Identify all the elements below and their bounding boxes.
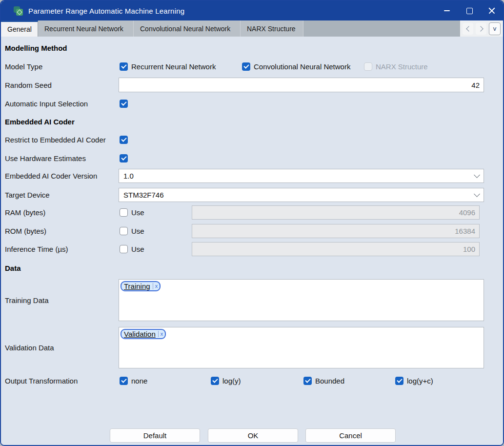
tab-label: NARX Structure: [247, 25, 296, 33]
use-hardware-estimates-checkbox[interactable]: [120, 154, 128, 162]
rom-use-row: Use: [120, 226, 144, 236]
ram-use-row: Use: [120, 207, 144, 217]
tab-scroll-right-button[interactable]: [476, 23, 486, 35]
tab-narx-structure[interactable]: NARX Structure: [241, 20, 303, 37]
model-type-option-rnn: Recurrent Neural Network: [120, 61, 216, 71]
tab-recurrent-neural-network[interactable]: Recurrent Neural Network: [38, 20, 134, 37]
random-seed-label: Random Seed: [5, 80, 52, 90]
chevron-right-icon: [478, 26, 483, 31]
tab-bar: General Recurrent Neural Network Convolu…: [1, 20, 503, 37]
model-type-label: Model Type: [5, 61, 42, 71]
tag-remove-icon[interactable]: x: [161, 331, 163, 337]
automatic-input-selection-checkbox[interactable]: [120, 100, 128, 108]
inference-time-use-row: Use: [120, 244, 144, 254]
window-title: Parameter Range Automatic Machine Learni…: [28, 7, 184, 15]
restrict-to-embedded-label: Restrict to Embedded AI Coder: [5, 135, 106, 144]
tag-label: Training: [124, 282, 150, 290]
target-device-value: STM32F746: [123, 191, 164, 199]
log-y-checkbox-label: log(y): [222, 377, 241, 385]
model-type-option-narx: NARX Structure: [364, 61, 428, 71]
training-data-label: Training Data: [5, 295, 49, 305]
tab-list-button[interactable]: v: [489, 22, 501, 35]
tab-label: Recurrent Neural Network: [44, 25, 123, 33]
validation-data-tag-field[interactable]: Validation x: [119, 327, 484, 368]
output-option-log-y: log(y): [211, 376, 241, 385]
tab-strip-spacer: [303, 20, 460, 37]
bounded-checkbox[interactable]: [303, 377, 312, 385]
tab-convolutional-neural-network[interactable]: Convolutional Neural Network: [134, 20, 241, 37]
ram-use-checkbox[interactable]: [120, 208, 128, 217]
embedded-ai-coder-version-value: 1.0: [123, 172, 134, 180]
automatic-input-selection-label: Automatic Input Selection: [5, 99, 88, 108]
log-y-checkbox[interactable]: [211, 377, 219, 385]
ram-use-label: Use: [131, 208, 144, 217]
dialog-content: Modelling Method Model Type Recurrent Ne…: [1, 37, 503, 445]
chevron-down-icon: [474, 191, 480, 197]
rom-input: 16384: [192, 224, 480, 238]
tab-label: Convolutional Neural Network: [140, 25, 230, 33]
dialog-window: Parameter Range Automatic Machine Learni…: [0, 0, 504, 446]
tab-label: General: [7, 25, 32, 33]
cancel-button[interactable]: Cancel: [305, 428, 396, 443]
maximize-icon: [466, 8, 473, 14]
inference-time-use-checkbox[interactable]: [120, 245, 128, 253]
ok-button[interactable]: OK: [208, 428, 298, 443]
use-hardware-estimates-row: [120, 153, 128, 163]
tag-divider: [158, 331, 159, 337]
target-device-select[interactable]: STM32F746: [119, 188, 484, 202]
bounded-checkbox-label: Bounded: [315, 377, 344, 385]
none-checkbox-label: none: [131, 377, 147, 385]
restrict-to-embedded-checkbox[interactable]: [120, 136, 128, 144]
none-checkbox[interactable]: [120, 377, 128, 385]
restrict-to-embedded-row: [120, 135, 128, 144]
narx-checkbox: [364, 62, 372, 71]
minimize-icon: [444, 10, 450, 11]
cnn-checkbox[interactable]: [242, 62, 250, 71]
ram-label: RAM (bytes): [5, 207, 45, 217]
inference-time-value: 100: [463, 245, 475, 253]
window-controls: [436, 1, 503, 20]
random-seed-input[interactable]: [119, 78, 484, 92]
section-header-data: Data: [5, 264, 21, 272]
tab-scroll-controls: v: [460, 20, 503, 37]
output-option-bounded: Bounded: [303, 376, 344, 385]
rnn-checkbox-label: Recurrent Neural Network: [131, 62, 216, 71]
default-button[interactable]: Default: [110, 428, 200, 443]
inference-time-input: 100: [192, 242, 480, 256]
tab-general[interactable]: General: [1, 20, 38, 37]
log-y-c-checkbox[interactable]: [395, 377, 403, 385]
rom-use-checkbox[interactable]: [120, 227, 128, 235]
log-y-c-checkbox-label: log(y+c): [407, 377, 433, 385]
chevron-down-icon: [474, 172, 480, 178]
app-icon: [14, 6, 23, 16]
tag-label: Validation: [124, 330, 156, 338]
automatic-input-selection-row: [120, 99, 128, 108]
validation-data-tag: Validation x: [121, 329, 166, 339]
training-data-tag: Training x: [121, 281, 161, 291]
embedded-ai-coder-version-label: Embedded AI Coder Version: [5, 171, 97, 181]
cnn-checkbox-label: Convolutional Neural Network: [254, 62, 350, 71]
output-option-none: none: [120, 376, 147, 385]
tag-divider: [153, 283, 153, 289]
maximize-button[interactable]: [458, 1, 481, 20]
chevron-left-icon: [466, 26, 471, 31]
inference-time-label: Inference Time (µs): [5, 244, 68, 254]
tag-remove-icon[interactable]: x: [155, 284, 158, 289]
validation-data-label: Validation Data: [5, 343, 54, 352]
target-device-label: Target Device: [5, 190, 50, 200]
tab-scroll-left-button[interactable]: [463, 23, 473, 35]
output-option-log-y-c: log(y+c): [395, 376, 433, 385]
training-data-tag-field[interactable]: Training x: [119, 279, 484, 321]
output-transformation-label: Output Transformation: [5, 376, 78, 385]
embedded-ai-coder-version-select[interactable]: 1.0: [119, 169, 484, 183]
rom-label: ROM (bytes): [5, 226, 46, 236]
minimize-button[interactable]: [436, 1, 458, 20]
model-type-option-cnn: Convolutional Neural Network: [242, 61, 350, 71]
narx-checkbox-label: NARX Structure: [376, 62, 428, 71]
title-bar: Parameter Range Automatic Machine Learni…: [1, 1, 503, 20]
use-hardware-estimates-label: Use Hardware Estimates: [5, 153, 86, 163]
rnn-checkbox[interactable]: [120, 62, 128, 71]
tab-list-icon: v: [493, 25, 497, 32]
section-header-modelling-method: Modelling Method: [5, 44, 67, 52]
close-button[interactable]: [481, 1, 503, 20]
